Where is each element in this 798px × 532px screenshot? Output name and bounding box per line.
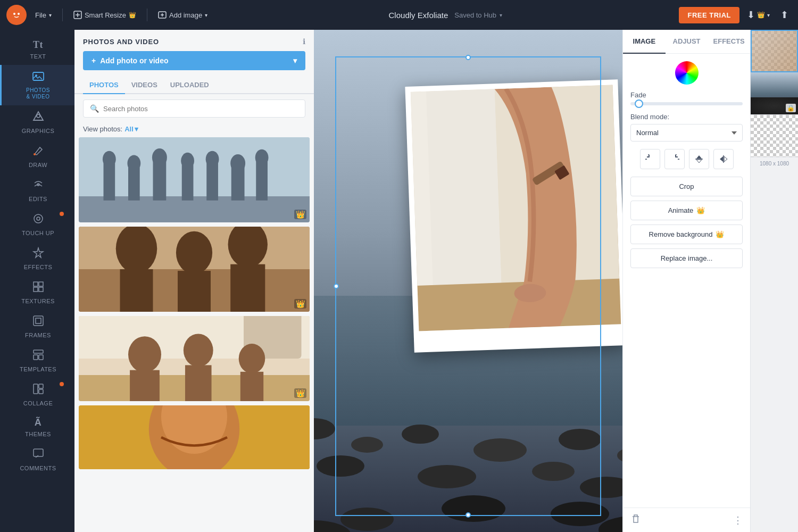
share-button[interactable]: ⬆ bbox=[777, 6, 792, 24]
blend-mode-select[interactable]: Normal Multiply Screen Overlay Darken Li… bbox=[630, 124, 743, 142]
crop-button[interactable]: Crop bbox=[630, 177, 743, 196]
sidebar-item-templates[interactable]: TEMPLATES bbox=[0, 344, 74, 378]
free-trial-button[interactable]: FREE TRIAL bbox=[679, 7, 739, 23]
layers-panel: 🔒 1080 x 1080 bbox=[750, 30, 798, 532]
svg-point-39 bbox=[230, 154, 245, 172]
tab-effects[interactable]: EFFECTS bbox=[708, 30, 750, 54]
plus-icon: + bbox=[92, 56, 96, 65]
logo[interactable] bbox=[6, 5, 27, 25]
flip-horizontal-button[interactable] bbox=[713, 149, 734, 169]
tab-videos[interactable]: VIDEOS bbox=[125, 77, 164, 94]
svg-point-2 bbox=[18, 13, 20, 15]
rotate-left-button[interactable] bbox=[640, 149, 660, 169]
svg-rect-28 bbox=[104, 163, 115, 201]
svg-marker-90 bbox=[696, 160, 702, 163]
svg-rect-36 bbox=[206, 163, 218, 201]
canvas-photo[interactable] bbox=[405, 79, 622, 353]
photos-panel: PHOTOS AND VIDEO ℹ + Add photo or video … bbox=[74, 30, 314, 532]
sidebar-item-photos[interactable]: PHOTOS& VIDEO bbox=[0, 65, 74, 105]
templates-icon bbox=[32, 349, 44, 363]
tab-image[interactable]: IMAGE bbox=[623, 30, 666, 54]
layer-thumbnail bbox=[751, 115, 798, 157]
smart-resize-button[interactable]: Smart Resize 👑 bbox=[69, 8, 140, 22]
svg-point-37 bbox=[206, 151, 219, 168]
tab-photos[interactable]: PHOTOS bbox=[83, 77, 125, 94]
collage-dot bbox=[60, 382, 64, 386]
topbar-center: Cloudly Exfoliate Saved to Hub ▾ bbox=[216, 11, 675, 20]
fade-slider-thumb[interactable] bbox=[635, 99, 643, 108]
replace-image-button[interactable]: Replace image... bbox=[630, 248, 743, 268]
svg-point-46 bbox=[176, 231, 212, 275]
remove-background-button[interactable]: Remove background 👑 bbox=[630, 225, 743, 244]
svg-rect-21 bbox=[39, 355, 43, 360]
photos-icon bbox=[32, 70, 44, 85]
sidebar-item-text[interactable]: Tt TEXT bbox=[0, 34, 74, 65]
share-icon: ⬆ bbox=[780, 9, 788, 21]
canvas-area[interactable] bbox=[314, 30, 622, 532]
touch-up-dot bbox=[60, 212, 64, 216]
more-options-button[interactable]: ⋮ bbox=[733, 514, 743, 526]
svg-point-35 bbox=[181, 153, 194, 169]
sidebar-item-frames[interactable]: FRAMES bbox=[0, 310, 74, 344]
dimensions-label: 1080 x 1080 bbox=[751, 157, 798, 170]
photo-item[interactable]: 👑 bbox=[79, 227, 310, 312]
svg-point-73 bbox=[532, 462, 575, 481]
delete-button[interactable] bbox=[630, 513, 641, 527]
lock-icon: 🔒 bbox=[786, 104, 796, 112]
sidebar-item-collage[interactable]: COLLAGE bbox=[0, 378, 74, 412]
right-panel-footer: ⋮ bbox=[623, 508, 750, 532]
svg-point-0 bbox=[11, 10, 22, 20]
crown-badge: 👑 bbox=[294, 388, 306, 398]
info-icon[interactable]: ℹ bbox=[303, 37, 305, 46]
blend-mode-label: Blend mode: bbox=[630, 113, 743, 121]
animate-button[interactable]: Animate 👑 bbox=[630, 201, 743, 220]
saved-badge[interactable]: Saved to Hub ▾ bbox=[454, 11, 502, 19]
color-wheel[interactable] bbox=[675, 61, 699, 85]
svg-rect-24 bbox=[39, 389, 43, 394]
file-menu-button[interactable]: File ▾ bbox=[31, 9, 56, 22]
fade-slider-track[interactable] bbox=[630, 102, 743, 105]
tab-uploaded[interactable]: UPLOADED bbox=[164, 77, 215, 94]
search-icon: 🔍 bbox=[90, 104, 99, 113]
svg-marker-89 bbox=[696, 155, 702, 159]
left-sidebar: Tt TEXT PHOTOS& VIDEO GRAPHICS bbox=[0, 30, 74, 532]
layer-item[interactable] bbox=[751, 30, 798, 72]
sidebar-item-themes[interactable]: Ã THEMES bbox=[0, 412, 74, 443]
separator bbox=[62, 9, 63, 21]
sidebar-item-draw[interactable]: DRAW bbox=[0, 139, 74, 173]
transform-buttons bbox=[630, 149, 743, 169]
svg-rect-18 bbox=[36, 318, 41, 323]
svg-point-41 bbox=[255, 149, 269, 166]
photo-item[interactable]: 👑 bbox=[79, 316, 310, 401]
rotate-right-button[interactable] bbox=[664, 149, 685, 169]
photo-item[interactable] bbox=[79, 405, 310, 469]
layer-item[interactable]: 🔒 bbox=[751, 72, 798, 115]
sidebar-item-textures[interactable]: TEXTURES bbox=[0, 276, 74, 310]
svg-point-66 bbox=[351, 437, 383, 453]
sidebar-item-comments[interactable]: COMMENTS bbox=[0, 443, 74, 477]
textures-icon bbox=[32, 281, 44, 295]
add-photo-button[interactable]: + Add photo or video ▾ bbox=[83, 51, 305, 70]
photo-item[interactable]: 👑 bbox=[79, 137, 310, 222]
sidebar-item-effects[interactable]: EFFECTS bbox=[0, 242, 74, 276]
download-button[interactable]: ⬇ 👑 ▾ bbox=[744, 6, 773, 24]
sidebar-item-edits[interactable]: EDITS bbox=[0, 173, 74, 207]
tab-adjust[interactable]: ADJUST bbox=[666, 30, 708, 54]
svg-point-78 bbox=[340, 508, 394, 531]
svg-point-1 bbox=[13, 13, 15, 15]
crown-icon: 👑 bbox=[757, 11, 765, 19]
all-filter-link[interactable]: All ▾ bbox=[124, 125, 138, 133]
svg-rect-47 bbox=[178, 271, 211, 312]
crown-badge: 👑 bbox=[294, 210, 306, 219]
sidebar-item-touch-up[interactable]: TOUCH UP bbox=[0, 207, 74, 242]
flip-vertical-button[interactable] bbox=[689, 149, 709, 169]
add-image-button[interactable]: Add image ▾ bbox=[154, 8, 212, 22]
svg-rect-30 bbox=[128, 168, 140, 201]
svg-point-33 bbox=[152, 148, 167, 167]
crown-icon: 👑 bbox=[716, 230, 724, 238]
download-icon: ⬇ bbox=[747, 9, 755, 21]
layer-item[interactable] bbox=[751, 115, 798, 157]
search-input[interactable] bbox=[103, 105, 298, 113]
sidebar-item-graphics[interactable]: GRAPHICS bbox=[0, 105, 74, 139]
right-panel-tabs: IMAGE ADJUST EFFECTS bbox=[623, 30, 750, 54]
